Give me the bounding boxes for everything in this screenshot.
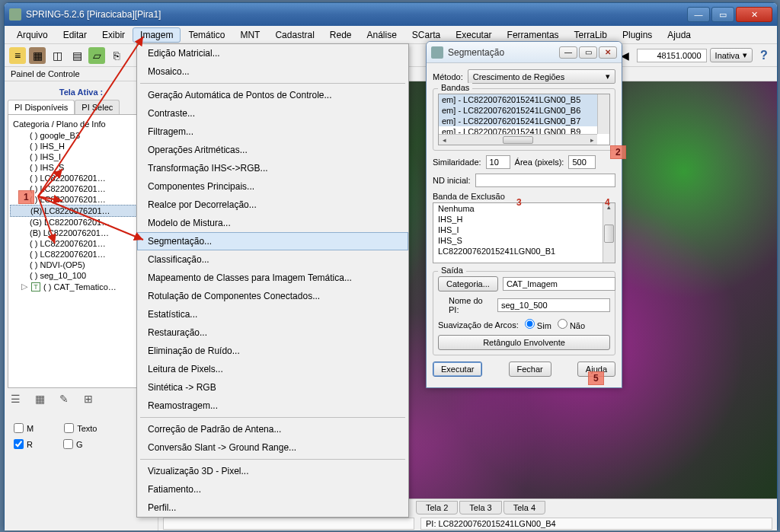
tool-6-icon[interactable]: ⎘ [108, 47, 125, 64]
dd-modelo-mistura[interactable]: Modelo de Mistura... [137, 214, 408, 232]
menu-terralib[interactable]: TerraLib [567, 27, 615, 43]
wand-icon[interactable]: ✎ [59, 393, 73, 406]
tree-item[interactable]: ( ) IHS_I [10, 151, 152, 162]
radio-nao[interactable]: Não [558, 319, 585, 330]
execute-button[interactable]: Executar [433, 362, 482, 377]
check-texto[interactable]: Texto [64, 423, 97, 433]
seg-maximize-button[interactable]: ▭ [579, 46, 597, 59]
method-combo[interactable]: Crescimento de Regiões▾ [468, 69, 615, 84]
menu-analise[interactable]: Análise [360, 27, 404, 43]
bands-vscroll[interactable] [597, 94, 609, 134]
tree-item[interactable]: ( ) LC8220076201… [10, 238, 152, 249]
band-item[interactable]: em] - LC82200762015241LGN00_B5 [439, 94, 609, 105]
help-icon[interactable]: ? [756, 47, 772, 64]
area-input[interactable] [568, 155, 596, 169]
close-button[interactable]: ✕ [736, 7, 772, 22]
radio-nao-input[interactable] [558, 319, 567, 329]
tree-box[interactable]: Categoria / Plano de Info ( ) google_B3 … [8, 114, 155, 388]
dd-geracao-pontos[interactable]: Geração Automática de Pontos de Controle… [137, 86, 408, 104]
dd-leitura-pixels[interactable]: Leitura de Pixels... [137, 360, 408, 378]
dd-conversao-slant[interactable]: Conversão Slant -> Ground Range... [137, 438, 408, 457]
seg-close-button[interactable]: ✕ [599, 46, 617, 59]
tree-expand-icon[interactable]: ▷ [21, 282, 28, 291]
tab-tela4[interactable]: Tela 4 [503, 501, 545, 514]
dd-fatiamento[interactable]: Fatiamento... [137, 480, 408, 499]
dd-segmentacao[interactable]: Segmentação... [137, 232, 408, 250]
exclusion-listbox[interactable]: Nenhuma IHS_H IHS_I IHS_S LC822007620152… [433, 202, 615, 263]
exclusion-item[interactable]: LC82200762015241LGN00_B1 [433, 246, 615, 256]
maximize-button[interactable]: ▭ [711, 7, 734, 22]
radio-sim-input[interactable] [525, 319, 535, 329]
menu-mnt[interactable]: MNT [232, 27, 267, 43]
radio-sim[interactable]: Sim [525, 319, 551, 330]
check-r[interactable]: R [14, 439, 33, 449]
tab-tela3[interactable]: Tela 3 [459, 501, 501, 514]
tool-3-icon[interactable]: ◫ [49, 47, 66, 64]
pi-name-input[interactable] [497, 298, 610, 312]
menu-exibir[interactable]: Exibir [94, 27, 133, 43]
table-icon[interactable]: ▦ [35, 393, 49, 406]
bands-listbox[interactable]: em] - LC82200762015241LGN00_B5 em] - LC8… [438, 94, 610, 145]
category-button[interactable]: Categoria... [438, 276, 498, 291]
minimize-button[interactable]: — [687, 7, 710, 22]
menu-editar[interactable]: Editar [56, 27, 94, 43]
tab-tela2[interactable]: Tela 2 [416, 501, 458, 514]
menu-rede[interactable]: Rede [322, 27, 360, 43]
nd-input[interactable] [475, 174, 615, 187]
exclusion-item[interactable]: IHS_S [433, 235, 615, 246]
dd-contraste[interactable]: Contraste... [137, 104, 408, 123]
category-input[interactable] [503, 277, 615, 291]
dd-classificacao[interactable]: Classificação... [137, 250, 408, 269]
menu-ajuda[interactable]: Ajuda [660, 27, 698, 43]
dd-mapeamento-classes[interactable]: Mapeamento de Classes para Imagem Temáti… [137, 269, 408, 287]
check-m-input[interactable] [14, 423, 24, 433]
scroll-right-icon[interactable]: ▸ [587, 136, 597, 144]
dd-transformacao-ihs[interactable]: Transformação IHS<->RGB... [137, 159, 408, 177]
tool-4-icon[interactable]: ▤ [69, 47, 85, 64]
check-r-input[interactable] [14, 439, 24, 449]
similarity-input[interactable] [486, 155, 510, 169]
tree-item[interactable]: ( ) IHS_S [10, 162, 152, 173]
menu-arquivo[interactable]: Arquivo [9, 27, 56, 43]
dd-reamostragem[interactable]: Reamostragem... [137, 397, 408, 415]
dd-eliminacao-ruido[interactable]: Eliminação de Ruído... [137, 342, 408, 360]
menu-cadastral[interactable]: Cadastral [267, 27, 321, 43]
dd-realce[interactable]: Realce por Decorrelação... [137, 196, 408, 214]
dd-operacoes-arit[interactable]: Operações Aritméticas... [137, 141, 408, 159]
seg-minimize-button[interactable]: — [559, 46, 577, 59]
scroll-left-icon[interactable]: ◂ [439, 136, 449, 144]
dd-mosaico[interactable]: Mosaico... [137, 62, 408, 81]
dd-estatistica[interactable]: Estatística... [137, 305, 408, 323]
dd-sintetica-rgb[interactable]: Sintética -> RGB [137, 378, 408, 397]
menu-imagem[interactable]: Imagem [133, 27, 181, 43]
tree-item[interactable]: ( ) LC8220076201… [10, 173, 152, 183]
band-item[interactable]: em] - LC82200762015241LGN00_B6 [439, 105, 609, 116]
dd-rotulacao[interactable]: Rotulação de Componentes Conectados... [137, 287, 408, 305]
scroll-thumb[interactable] [503, 136, 533, 144]
menu-scarta[interactable]: SCarta [404, 27, 448, 43]
dd-perfil[interactable]: Perfil... [137, 499, 408, 517]
db-icon[interactable]: ≡ [9, 47, 26, 64]
coordinate-field[interactable] [637, 49, 707, 62]
tab-pi-disponiveis[interactable]: PI Disponíveis [8, 100, 75, 114]
check-g-input[interactable] [63, 439, 73, 449]
exclusion-item[interactable]: IHS_I [433, 225, 615, 235]
close-dialog-button[interactable]: Fechar [509, 362, 551, 377]
check-m[interactable]: M [14, 423, 34, 433]
menu-ferramentas[interactable]: Ferramentas [500, 27, 567, 43]
tree-item[interactable]: ( ) IHS_H [10, 141, 152, 151]
dd-visualizacao-3d[interactable]: Vizualização 3D - Pixel... [137, 462, 408, 480]
tree-item[interactable]: (G) LC8220076201… [10, 217, 152, 228]
tree-item[interactable]: ( ) seg_10_100 [10, 270, 152, 281]
check-texto-input[interactable] [64, 423, 74, 433]
grid-icon[interactable]: ⊞ [84, 393, 98, 406]
dd-correcao-antena[interactable]: Correção de Padrão de Antena... [137, 420, 408, 438]
check-g[interactable]: G [63, 439, 83, 449]
dd-filtragem[interactable]: Filtragem... [137, 123, 408, 141]
bbox-button[interactable]: Retângulo Envolvente [438, 335, 610, 350]
dd-edicao-matricial[interactable]: Edição Matricial... [137, 44, 408, 62]
list-icon[interactable]: ☰ [11, 393, 24, 406]
tree-item[interactable]: ( ) LC8220076201… [10, 249, 152, 260]
scroll-thumb[interactable] [604, 225, 614, 243]
exclusion-vscroll[interactable]: ▴ [603, 203, 615, 263]
